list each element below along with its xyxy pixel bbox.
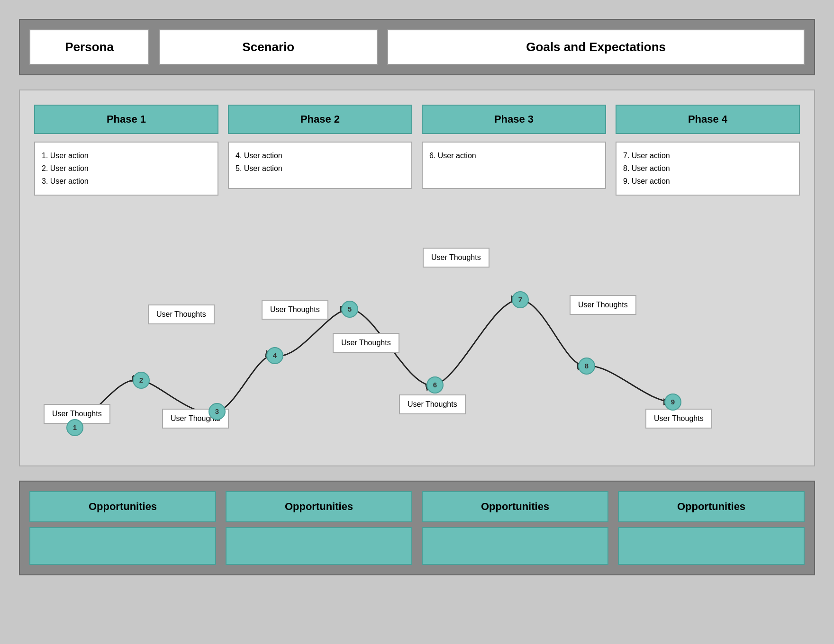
phase-col-3: Phase 3 6. User action bbox=[422, 105, 606, 196]
seg-8-9 bbox=[587, 366, 673, 402]
bottom-section: Opportunities Opportunities Opportunitie… bbox=[19, 481, 815, 575]
phase-4-actions: 7. User action 8. User action 9. User ac… bbox=[616, 142, 800, 196]
seg-3-4 bbox=[217, 355, 275, 411]
circle-6: 6 bbox=[426, 376, 444, 394]
thought-box-2: User Thoughts bbox=[148, 304, 215, 324]
phase-4-header: Phase 4 bbox=[616, 105, 800, 134]
thought-box-8: User Thoughts bbox=[570, 295, 636, 315]
phase-3-header: Phase 3 bbox=[422, 105, 606, 134]
circle-4: 4 bbox=[266, 347, 283, 364]
circle-2: 2 bbox=[133, 372, 150, 389]
circle-3: 3 bbox=[208, 403, 226, 420]
scenario-label: Scenario bbox=[242, 40, 294, 54]
thought-box-4: User Thoughts bbox=[262, 300, 328, 320]
goals-label: Goals and Expectations bbox=[526, 40, 666, 54]
persona-box: Persona bbox=[29, 29, 149, 65]
middle-section: Phase 1 1. User action 2. User action 3.… bbox=[19, 89, 815, 466]
circle-7: 7 bbox=[512, 291, 529, 308]
opportunity-col-4: Opportunities bbox=[618, 491, 805, 565]
opportunity-3-header: Opportunities bbox=[422, 491, 608, 522]
opportunity-1-header: Opportunities bbox=[29, 491, 216, 522]
thought-box-5: User Thoughts bbox=[333, 333, 399, 353]
top-section: Persona Scenario Goals and Expectations bbox=[19, 19, 815, 75]
phase-3-actions: 6. User action bbox=[422, 142, 606, 189]
opportunity-2-header: Opportunities bbox=[226, 491, 412, 522]
goals-box: Goals and Expectations bbox=[387, 29, 805, 65]
thought-box-7: User Thoughts bbox=[399, 394, 466, 414]
opportunity-1-body bbox=[29, 527, 216, 565]
circle-9: 9 bbox=[664, 394, 681, 411]
scenario-box: Scenario bbox=[159, 29, 378, 65]
phase-col-1: Phase 1 1. User action 2. User action 3.… bbox=[34, 105, 218, 196]
opportunity-col-3: Opportunities bbox=[422, 491, 608, 565]
opportunity-col-2: Opportunities bbox=[226, 491, 412, 565]
phase-col-4: Phase 4 7. User action 8. User action 9.… bbox=[616, 105, 800, 196]
opportunity-3-body bbox=[422, 527, 608, 565]
seg-6-7 bbox=[435, 299, 520, 385]
thought-box-9: User Thoughts bbox=[645, 409, 712, 429]
phase-col-2: Phase 2 4. User action 5. User action bbox=[228, 105, 412, 196]
phase-2-header: Phase 2 bbox=[228, 105, 412, 134]
phases-row: Phase 1 1. User action 2. User action 3.… bbox=[34, 105, 800, 196]
phase-1-header: Phase 1 bbox=[34, 105, 218, 134]
journey-area: User Thoughts User Thoughts User Thought… bbox=[34, 205, 800, 451]
opportunity-2-body bbox=[226, 527, 412, 565]
seg-2-3 bbox=[141, 380, 217, 412]
phase-1-actions: 1. User action 2. User action 3. User ac… bbox=[34, 142, 218, 196]
opportunity-4-body bbox=[618, 527, 805, 565]
opportunity-col-1: Opportunities bbox=[29, 491, 216, 565]
circle-8: 8 bbox=[578, 358, 595, 375]
opportunity-4-header: Opportunities bbox=[618, 491, 805, 522]
thought-box-6: User Thoughts bbox=[423, 248, 490, 268]
circle-5: 5 bbox=[341, 301, 358, 318]
circle-1: 1 bbox=[66, 419, 83, 436]
persona-label: Persona bbox=[65, 40, 114, 54]
phase-2-actions: 4. User action 5. User action bbox=[228, 142, 412, 189]
